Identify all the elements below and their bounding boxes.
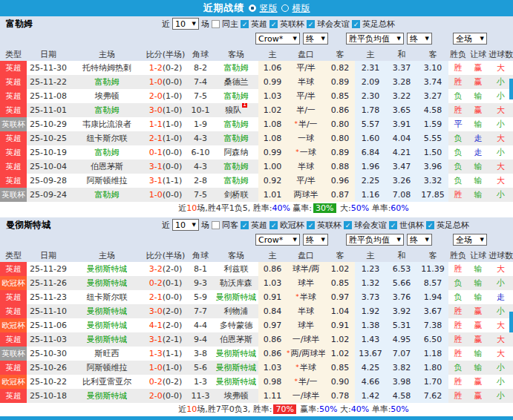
home-team[interactable]: 托特纳姆热刺	[70, 61, 144, 75]
odds-company-select[interactable]: Crow*▼	[255, 234, 300, 246]
away-team[interactable]: 多特蒙德	[214, 318, 258, 332]
match-row[interactable]: 英超 25-10-26 阿斯顿维拉 1-0(1-0) 5-6 曼彻斯特城 1.0…	[0, 361, 513, 375]
away-team[interactable]: 曼彻斯特城	[214, 375, 258, 389]
score-cell[interactable]: 2-1(0-0)	[144, 290, 187, 304]
away-team[interactable]: 曼彻斯特城	[214, 361, 258, 375]
horizontal-scrollbar[interactable]	[0, 416, 513, 420]
away-team[interactable]: 阿森纳	[214, 145, 258, 160]
home-team[interactable]: 曼彻斯特城	[70, 262, 144, 276]
home-team[interactable]: 阿斯顿维拉	[70, 361, 144, 375]
filter-checkbox[interactable]: ✓	[269, 221, 278, 229]
filter-checkbox[interactable]: ✓	[241, 221, 249, 229]
filter-checkbox[interactable]: ✓	[307, 221, 315, 229]
score-cell[interactable]: 0-1(0-0)	[144, 145, 187, 160]
match-row[interactable]: 欧冠杯 25-10-22 比利亚雷亚尔 0-2(0-2) 1-3 曼彻斯特城 0…	[0, 375, 513, 389]
away-team[interactable]: 剑桥联	[214, 188, 258, 202]
same-venue-checkbox[interactable]	[212, 221, 220, 229]
match-row[interactable]: 欧冠杯 25-11-06 曼彻斯特城 4-1(2-0) 4-4 多特蒙德 0.9…	[0, 318, 513, 332]
match-scope-select[interactable]: 全场▼	[453, 234, 487, 246]
score-cell[interactable]: 3-1(1-1)	[144, 174, 187, 188]
recent-count-select[interactable]: 10▼	[172, 219, 199, 231]
away-team[interactable]: 富勒姆	[214, 117, 258, 131]
scrollbar-thumb[interactable]	[509, 312, 513, 332]
avg-odds-select[interactable]: 胜平负均值▼	[346, 33, 404, 45]
home-team[interactable]: 富勒姆	[70, 75, 144, 89]
away-team[interactable]: 富勒姆	[214, 89, 258, 103]
vertical-layout-radio[interactable]	[249, 4, 256, 12]
away-team[interactable]: 利物浦	[214, 304, 258, 318]
filter-checkbox[interactable]: ✓	[389, 221, 397, 229]
filter-checkbox[interactable]: ✓	[269, 20, 278, 28]
score-cell[interactable]: 1-2(0-2)	[144, 61, 187, 75]
filter-checkbox[interactable]: ✓	[344, 221, 352, 229]
avg-stage-select[interactable]: 终▼	[407, 234, 432, 246]
score-cell[interactable]: 1-3(1-1)	[144, 347, 187, 361]
match-row[interactable]: 英超 25-11-29 曼彻斯特城 3-2(2-0) 8-1 利兹联 0.86 …	[0, 262, 513, 276]
score-cell[interactable]: 3-2(2-0)	[144, 262, 187, 276]
match-row[interactable]: 英超 25-11-23 纽卡斯尔联 2-1(0-0) 5-9 曼彻斯特城 0.9…	[0, 290, 513, 304]
home-team[interactable]: 曼彻斯特城	[70, 276, 144, 290]
score-cell[interactable]: 1-1(1-0)	[144, 117, 187, 131]
same-venue-checkbox[interactable]	[212, 20, 220, 28]
avg-odds-select[interactable]: 胜平负均值▼	[346, 234, 404, 246]
home-team[interactable]: 曼彻斯特城	[70, 332, 144, 347]
match-row[interactable]: 英超 25-11-08 埃弗顿 2-0(1-0) 7-5 富勒姆 1.03 平/…	[0, 89, 513, 103]
score-cell[interactable]: 1-0(0-0)	[144, 75, 187, 89]
match-row[interactable]: 英联杯 25-10-29 韦康比流浪者 1-1(1-0) 1-9 富勒姆 1.0…	[0, 117, 513, 131]
home-team[interactable]: 埃弗顿	[70, 89, 144, 103]
away-team[interactable]: 富勒姆	[214, 61, 258, 75]
away-team[interactable]: 桑德兰	[214, 75, 258, 89]
home-team[interactable]: 阿斯顿维拉	[70, 174, 144, 188]
score-cell[interactable]: 2-0(1-0)	[144, 89, 187, 103]
away-team[interactable]: 勒沃库森	[214, 276, 258, 290]
match-scope-select[interactable]: 全场▼	[453, 33, 487, 45]
vertical-layout-link[interactable]: 竖版	[260, 2, 278, 15]
match-row[interactable]: 英超 25-11-01 富勒姆 3-0(1-0) 10-1 狼队1 1.02 半…	[0, 103, 513, 117]
match-row[interactable]: 英超 25-09-28 阿斯顿维拉 3-1(1-1) 2-8 富勒姆 0.92 …	[0, 174, 513, 188]
home-team[interactable]: 伯恩茅斯	[70, 160, 144, 174]
home-team[interactable]: 韦康比流浪者	[70, 117, 144, 131]
home-team[interactable]: 曼彻斯特城	[70, 389, 144, 403]
score-cell[interactable]: 3-1(0-0)	[144, 160, 187, 174]
home-team[interactable]: 斯旺西	[70, 347, 144, 361]
away-team[interactable]: 狼队1	[214, 103, 258, 117]
match-row[interactable]: 英超 25-10-19 富勒姆 0-1(0-0) 6-10 阿森纳 0.99 *…	[0, 145, 513, 160]
avg-stage-select[interactable]: 终▼	[407, 33, 432, 45]
match-row[interactable]: 欧冠杯 25-11-26 曼彻斯特城 0-2(0-1) 9-3 勒沃库森 1.0…	[0, 276, 513, 290]
match-row[interactable]: 英超 25-10-25 纽卡斯尔联 2-1(1-0) 4-3 富勒姆 1.08 …	[0, 131, 513, 145]
match-row[interactable]: 英超 25-11-03 曼彻斯特城 3-1(2-1) 9-4 伯恩茅斯 0.86…	[0, 332, 513, 347]
home-team[interactable]: 富勒姆	[70, 145, 144, 160]
score-cell[interactable]: 3-0(2-0)	[144, 304, 187, 318]
score-cell[interactable]: 1-0(0-0)	[144, 188, 187, 202]
away-team[interactable]: 富勒姆	[214, 160, 258, 174]
odds-company-select[interactable]: Crow*▼	[255, 33, 300, 45]
filter-checkbox[interactable]: ✓	[352, 20, 360, 28]
match-row[interactable]: 英联杯 25-10-30 斯旺西 1-3(1-1) 3-8 曼彻斯特城 0.86…	[0, 347, 513, 361]
score-cell[interactable]: 0-2(0-1)	[144, 276, 187, 290]
score-cell[interactable]: 2-1(1-0)	[144, 131, 187, 145]
score-cell[interactable]: 1-0(1-0)	[144, 361, 187, 375]
away-team[interactable]: 利兹联	[214, 262, 258, 276]
odds-stage-select[interactable]: 终▼	[303, 234, 328, 246]
match-row[interactable]: 英超 25-10-18 曼彻斯特城 2-0(0-0) 11-3 埃弗顿 1.11…	[0, 389, 513, 403]
filter-checkbox[interactable]: ✓	[307, 20, 315, 28]
home-team[interactable]: 富勒姆	[70, 188, 144, 202]
score-cell[interactable]: 3-0(1-0)	[144, 103, 187, 117]
horizontal-layout-link[interactable]: 横版	[293, 2, 310, 15]
score-cell[interactable]: 4-1(2-0)	[144, 318, 187, 332]
home-team[interactable]: 富勒姆	[70, 103, 144, 117]
match-row[interactable]: 英超 25-11-22 富勒姆 1-0(0-0) 7-4 桑德兰 0.99 半球…	[0, 75, 513, 89]
away-team[interactable]: 曼彻斯特城	[214, 347, 258, 361]
home-team[interactable]: 曼彻斯特城	[70, 318, 144, 332]
away-team[interactable]: 曼彻斯特城	[214, 290, 258, 304]
home-team[interactable]: 纽卡斯尔联	[70, 131, 144, 145]
score-cell[interactable]: 3-1(2-1)	[144, 332, 187, 347]
match-row[interactable]: 英超 25-10-04 伯恩茅斯 3-1(0-0) 4-3 富勒姆 1.00 半…	[0, 160, 513, 174]
recent-count-select[interactable]: 10▼	[172, 18, 199, 30]
horizontal-layout-radio[interactable]	[281, 4, 289, 12]
match-row[interactable]: 英超 25-11-10 曼彻斯特城 3-0(2-0) 7-7 利物浦 0.84 …	[0, 304, 513, 318]
home-team[interactable]: 曼彻斯特城	[70, 304, 144, 318]
odds-stage-select[interactable]: 终▼	[303, 33, 328, 45]
filter-checkbox[interactable]: ✓	[426, 221, 434, 229]
match-row[interactable]: 英联杯 25-09-24 富勒姆 1-0(0-0) 7-5 剑桥联 1.01 两…	[0, 188, 513, 202]
